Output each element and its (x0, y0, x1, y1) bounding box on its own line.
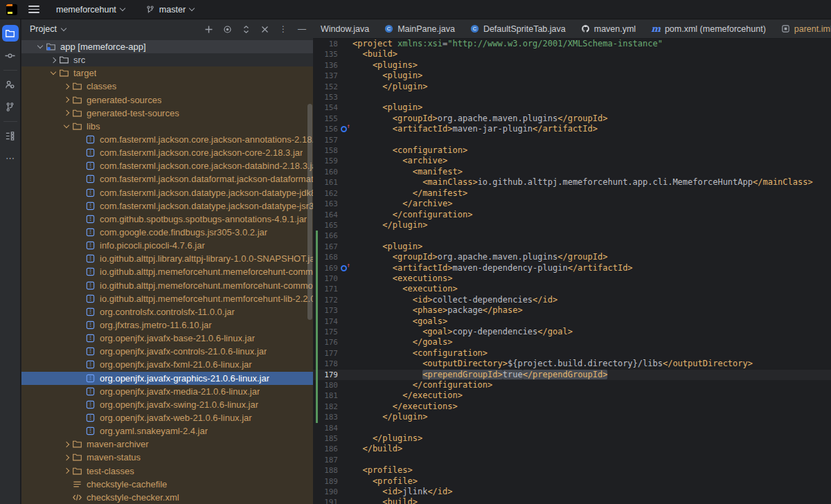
locate-file-button[interactable] (220, 22, 234, 36)
tree-item-classes[interactable]: classes (21, 80, 313, 93)
tree-item-org-openjfx-javafx-controls-21-0-6-linux[interactable]: org.openjfx.javafx-controls-21.0.6-linux… (21, 345, 313, 358)
code-line-155[interactable]: 155 <groupId>org.apache.maven.plugins</g… (313, 114, 831, 124)
tree-item-generated-test-sources[interactable]: generated-test-sources (21, 107, 313, 120)
structure-tool-button[interactable] (2, 127, 19, 144)
code-line-181[interactable]: 181 </execution> (313, 390, 831, 401)
branch-selector[interactable]: master (141, 3, 198, 17)
code-line-158[interactable]: 158 <configuration> (313, 145, 831, 156)
panel-options-button[interactable]: ⋮ (276, 22, 290, 36)
add-button[interactable] (202, 22, 215, 36)
tab-mainpane-java[interactable]: CMainPane.java (377, 19, 463, 38)
code-line-18[interactable]: 18<project xmlns:xsi="http://www.w3.org/… (313, 39, 831, 49)
tree-item-io-github-alttpj-memeforcehunt-memforceh[interactable]: io.github.alttpj.memeforcehunt.memforceh… (21, 292, 313, 305)
code-line-172[interactable]: 172 <id>collect-dependencies</id> (313, 295, 831, 305)
chevron-down-icon[interactable] (48, 72, 58, 74)
code-line-183[interactable]: 183 </plugin> (313, 412, 831, 422)
tree-item-com-fasterxml-jackson-dataformat-jackson[interactable]: com.fasterxml.jackson.dataformat.jackson… (21, 172, 313, 186)
code-line-190[interactable]: 190 <id>jlink</id> (313, 487, 831, 497)
chevron-right-icon[interactable] (62, 84, 71, 89)
tree-item-target[interactable]: target (21, 66, 313, 80)
tree-item-test-classes[interactable]: test-classes (21, 465, 313, 478)
tree-item-com-fasterxml-jackson-core-jackson-datab[interactable]: com.fasterxml.jackson.core.jackson-datab… (21, 159, 313, 172)
code-line-162[interactable]: 162 </manifest> (313, 188, 831, 199)
tree-item-com-github-spotbugs-spotbugs-annotations[interactable]: com.github.spotbugs.spotbugs-annotations… (21, 213, 313, 226)
code-line-175[interactable]: 175 <goal>copy-dependencies</goal> (313, 327, 831, 337)
code-line-156[interactable]: 156↑ <artifactId>maven-jar-plugin</artif… (313, 124, 831, 134)
chevron-right-icon[interactable] (62, 111, 71, 115)
tree-item-org-openjfx-javafx-graphics-21-0-6-linux[interactable]: org.openjfx.javafx-graphics-21.0.6-linux… (21, 372, 313, 385)
code-line-191[interactable]: 191 <build> (313, 497, 831, 504)
tree-item-src[interactable]: src (21, 53, 313, 66)
code-line-189[interactable]: 189 <profile> (313, 476, 831, 487)
code-line-180[interactable]: 180 </configuration> (313, 380, 831, 390)
tab-parent-iml[interactable]: parent.iml (774, 19, 831, 38)
project-tool-button[interactable] (2, 25, 19, 42)
code-line-186[interactable]: 186 </build> (313, 444, 831, 454)
code-line-163[interactable]: 163 </archive> (313, 199, 831, 209)
tree-item-io-github-alttpj-library-alttpj-library-[interactable]: io.github.alttpj.library.alttpj-library-… (21, 252, 313, 265)
tree-item-com-google-code-findbugs-jsr305-3-0-2-ja[interactable]: com.google.code.findbugs.jsr305-3.0.2.ja… (21, 226, 313, 239)
close-button[interactable] (258, 22, 271, 36)
tab-maven-yml[interactable]: maven.yml (573, 19, 643, 38)
code-line-152[interactable]: 152 </plugin> (313, 82, 831, 92)
tree-item-org-openjfx-javafx-media-21-0-6-linux-ja[interactable]: org.openjfx.javafx-media-21.0.6-linux.ja… (21, 385, 313, 398)
code-line-165[interactable]: 165 </plugin> (313, 220, 831, 231)
code-line-168[interactable]: 168 <groupId>org.apache.maven.plugins</g… (313, 252, 831, 262)
code-line-188[interactable]: 188 <profiles> (313, 465, 831, 476)
expand-collapse-button[interactable] (239, 22, 253, 36)
code-line-135[interactable]: 135 <build> (313, 49, 831, 60)
code-line-184[interactable]: 184 (313, 423, 831, 433)
code-line-179[interactable]: 179 <prependGroupId>true</prependGroupId… (313, 370, 831, 380)
dependency-update-icon[interactable]: ↑ (341, 264, 349, 273)
tree-item-io-github-alttpj-memeforcehunt-memeforce[interactable]: io.github.alttpj.memeforcehunt.memeforce… (21, 265, 313, 278)
pull-requests-tool-button[interactable] (2, 76, 19, 93)
project-view-selector[interactable]: Project (27, 22, 69, 36)
code-line-161[interactable]: 161 <mainClass>io.github.alttpj.memeforc… (313, 177, 831, 188)
code-line-167[interactable]: 167 <plugin> (313, 242, 831, 252)
tree-item-org-jfxtras-jmetro-11-6-10-jar[interactable]: org.jfxtras.jmetro-11.6.10.jar (21, 318, 313, 332)
tree-scrollbar-thumb[interactable] (307, 104, 312, 320)
tree-item-libs[interactable]: libs (21, 120, 313, 133)
tab-defaultspritetab-java[interactable]: CDefaultSpriteTab.java (463, 19, 573, 38)
dependency-update-icon[interactable]: ↑ (341, 125, 349, 134)
chevron-down-icon[interactable] (62, 125, 71, 127)
code-line-177[interactable]: 177 <configuration> (313, 348, 831, 359)
code-line-182[interactable]: 182 </executions> (313, 402, 831, 412)
code-line-160[interactable]: 160 <manifest> (313, 167, 831, 177)
code-line-157[interactable]: 157 (313, 135, 831, 145)
chevron-right-icon[interactable] (48, 58, 58, 62)
code-line-174[interactable]: 174 <goals> (313, 316, 831, 327)
tree-item-com-fasterxml-jackson-core-jackson-core-[interactable]: com.fasterxml.jackson.core.jackson-core-… (21, 146, 313, 159)
code-line-173[interactable]: 173 <phase>package</phase> (313, 305, 831, 316)
tab-pom-xml-memeforcehunt[interactable]: mpom.xml (memeforcehunt) (643, 19, 774, 38)
tree-item-maven-archiver[interactable]: maven-archiver (21, 438, 313, 451)
tree-item-checkstyle-checker-xml[interactable]: checkstyle-checker.xml (21, 491, 313, 504)
code-line-170[interactable]: 170 <executions> (313, 273, 831, 284)
chevron-right-icon[interactable] (62, 456, 71, 460)
code-line-176[interactable]: 176 </goals> (313, 337, 831, 348)
tree-item-org-openjfx-javafx-base-21-0-6-linux-jar[interactable]: org.openjfx.javafx-base-21.0.6-linux.jar (21, 332, 313, 345)
tree-item-info-picocli-picocli-4-7-6-jar[interactable]: info.picocli.picocli-4.7.6.jar (21, 239, 313, 252)
tree-item-maven-status[interactable]: maven-status (21, 451, 313, 464)
chevron-right-icon[interactable] (62, 469, 71, 473)
tree-item-io-github-alttpj-memeforcehunt-memforceh[interactable]: io.github.alttpj.memeforcehunt.memforceh… (21, 279, 313, 292)
commit-tool-button[interactable] (2, 47, 19, 64)
tree-item-checkstyle-cachefile[interactable]: checkstyle-cachefile (21, 478, 313, 491)
tree-item-org-openjfx-javafx-swing-21-0-6-linux-ja[interactable]: org.openjfx.javafx-swing-21.0.6-linux.ja… (21, 398, 313, 411)
more-tools-button[interactable]: ⋯ (2, 150, 19, 166)
tree-item-app-memeforce-app[interactable]: app [memeforce-app] (21, 40, 313, 53)
tree-item-org-openjfx-javafx-web-21-0-6-linux-jar[interactable]: org.openjfx.javafx-web-21.0.6-linux.jar (21, 411, 313, 424)
code-line-136[interactable]: 136 <plugins> (313, 60, 831, 71)
code-line-171[interactable]: 171 <execution> (313, 284, 831, 294)
tab-window-java[interactable]: Window.java (313, 19, 377, 38)
code-line-159[interactable]: 159 <archive> (313, 156, 831, 166)
main-menu-button[interactable] (28, 6, 39, 13)
hide-panel-button[interactable]: — (295, 22, 309, 36)
vcs-tool-button[interactable] (2, 98, 19, 115)
code-line-154[interactable]: 154 <plugin> (313, 102, 831, 113)
chevron-right-icon[interactable] (62, 442, 71, 447)
tree-item-org-yaml-snakeyaml-2-4-jar[interactable]: org.yaml.snakeyaml-2.4.jar (21, 424, 313, 438)
project-selector[interactable]: memeforcehunt (52, 3, 129, 17)
tree-item-com-fasterxml-jackson-datatype-jackson-d[interactable]: com.fasterxml.jackson.datatype.jackson-d… (21, 186, 313, 199)
tree-item-generated-sources[interactable]: generated-sources (21, 93, 313, 107)
